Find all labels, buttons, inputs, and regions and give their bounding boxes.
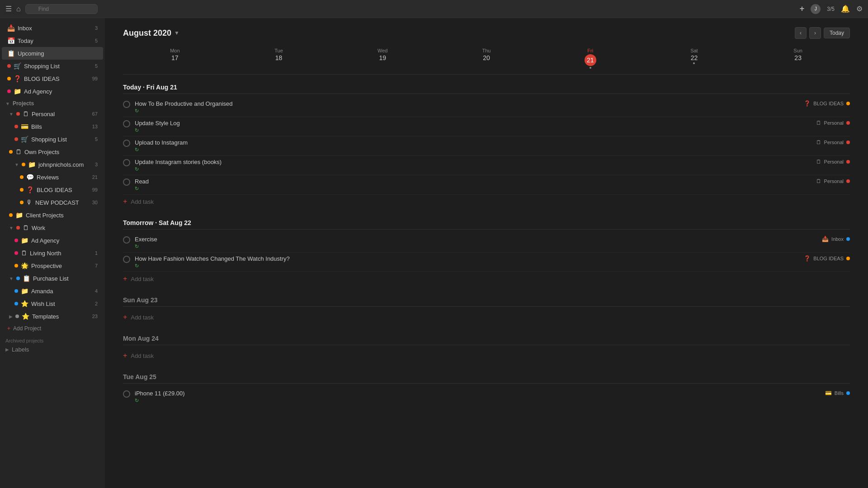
sidebar-item-personal[interactable]: ▼ 🗒 Personal 67 <box>2 108 103 120</box>
tomorrow-section: Tomorrow · Sat Aug 22 Exercise ↻ 📥 Inbox <box>123 219 850 286</box>
sidebar-item-shopping-list-top[interactable]: 🛒 Shopping List 5 <box>2 60 103 72</box>
sidebar-item-purchase-list[interactable]: ▼ 📋 Purchase List <box>2 272 103 285</box>
week-day-sun[interactable]: Sun 23 <box>746 46 850 70</box>
home-icon[interactable]: ⌂ <box>16 5 21 13</box>
search-input[interactable] <box>25 4 98 14</box>
sidebar-item-work[interactable]: ▼ 🗒 Work <box>2 221 103 234</box>
week-day-fri[interactable]: Fri 21 <box>538 46 642 70</box>
prev-week-button[interactable]: ‹ <box>795 27 807 39</box>
mon-section-title: Mon Aug 24 <box>123 335 850 345</box>
sidebar-item-templates[interactable]: ▶ ⭐ Templates 23 <box>2 310 103 323</box>
projects-section-header[interactable]: ▼ Projects <box>0 98 105 108</box>
sidebar-item-john[interactable]: ▼ 📁 johnpnichols.com 3 <box>2 158 103 171</box>
task-row[interactable]: How To Be Productive and Organised ↻ ❓ B… <box>123 98 850 117</box>
client-icon: 📁 <box>15 211 23 219</box>
sidebar-item-amanda[interactable]: 📁 Amanda 4 <box>2 285 103 297</box>
sidebar-item-inbox[interactable]: 📥 Inbox 3 <box>2 22 103 34</box>
topbar: ☰ ⌂ 🔍 + J 3/5 🔔 ⚙ <box>0 0 868 18</box>
dot-john <box>22 163 25 166</box>
today-icon: 📅 <box>7 37 15 44</box>
sidebar-item-ad-agency-work[interactable]: 📁 Ad Agency <box>2 234 103 247</box>
task-row[interactable]: Read ↻ 🗒 Personal <box>123 175 850 195</box>
sidebar-item-wish-list[interactable]: ⭐ Wish List 2 <box>2 297 103 310</box>
task-checkbox[interactable] <box>123 178 130 186</box>
dot-work <box>16 226 20 230</box>
archived-projects-label: Archived projects <box>0 334 105 344</box>
week-day-wed[interactable]: Wed 19 <box>330 46 434 70</box>
labels-row[interactable]: ▶ Labels <box>0 344 105 355</box>
settings-icon[interactable]: ⚙ <box>856 5 863 13</box>
sidebar-item-upcoming[interactable]: 📋 Upcoming <box>2 47 103 60</box>
sidebar-item-ad-agency-top[interactable]: 📁 Ad Agency <box>2 85 103 98</box>
task-meta: 🗒 Personal <box>816 159 850 165</box>
task-row[interactable]: How Have Fashion Watches Changed The Wat… <box>123 253 850 272</box>
sidebar-item-shopping-list[interactable]: 🛒 Shopping List 5 <box>2 133 103 145</box>
task-dot <box>846 257 850 260</box>
avatar[interactable]: J <box>811 4 821 14</box>
shopping2-icon: 🛒 <box>21 136 28 143</box>
hamburger-icon[interactable]: ☰ <box>5 5 12 13</box>
sun-section: Sun Aug 23 + Add task <box>123 296 850 324</box>
plus-icon: + <box>123 197 127 206</box>
task-row[interactable]: iPhone 11 (£29.00) ↻ 💳 Bills <box>123 387 850 406</box>
bell-icon[interactable]: 🔔 <box>841 5 850 13</box>
task-checkbox[interactable] <box>123 256 130 263</box>
task-row[interactable]: Upload to Instagram ↻ 🗒 Personal <box>123 136 850 156</box>
ad-icon: 📁 <box>14 88 21 95</box>
chevron-projects: ▼ <box>5 101 10 106</box>
add-icon[interactable]: + <box>800 4 805 14</box>
task-meta: 📥 Inbox <box>822 236 850 242</box>
task-row[interactable]: Exercise ↻ 📥 Inbox <box>123 233 850 253</box>
task-row[interactable]: Update Instagram stories (books) ↻ 🗒 Per… <box>123 156 850 175</box>
task-dot <box>846 237 850 241</box>
add-task-mon[interactable]: + Add task <box>123 349 850 362</box>
sidebar-item-podcast[interactable]: 🎙 NEW PODCAST 30 <box>2 196 103 209</box>
week-day-tue[interactable]: Tue 18 <box>227 46 331 70</box>
sidebar-item-bills[interactable]: 💳 Bills 13 <box>2 120 103 133</box>
add-task-sun[interactable]: + Add task <box>123 310 850 324</box>
sidebar-item-living-north[interactable]: 🗒 Living North 1 <box>2 247 103 259</box>
sidebar-item-blog-ideas-top[interactable]: ❓ BLOG IDEAS 99 <box>2 72 103 85</box>
task-checkbox[interactable] <box>123 159 130 166</box>
week-day-sat[interactable]: Sat 22 <box>642 46 746 70</box>
add-project-button[interactable]: + Add Project <box>0 323 105 334</box>
task-checkbox[interactable] <box>123 120 130 127</box>
dot-templates <box>15 314 19 318</box>
dot-client <box>9 213 13 217</box>
templates-icon: ⭐ <box>22 313 29 320</box>
add-task-today[interactable]: + Add task <box>123 195 850 208</box>
task-dot <box>846 141 850 144</box>
task-checkbox[interactable] <box>123 236 130 244</box>
calendar-title[interactable]: August 2020 ▼ <box>123 28 179 38</box>
dot-shopping <box>14 137 18 141</box>
shopping-icon: 🛒 <box>14 62 21 70</box>
next-week-button[interactable]: › <box>809 27 821 39</box>
calendar-nav: ‹ › Today <box>795 27 850 39</box>
sidebar-item-today[interactable]: 📅 Today 5 <box>2 34 103 47</box>
score-badge: 3/5 <box>827 6 835 12</box>
inbox-icon: 📥 <box>7 24 15 32</box>
sidebar-item-blog-ideas-sub[interactable]: ❓ BLOG IDEAS 99 <box>2 183 103 196</box>
chevron-purchase: ▼ <box>9 276 14 281</box>
week-day-thu[interactable]: Thu 20 <box>434 46 538 70</box>
sidebar-item-prospective[interactable]: 🌟 Prospective 7 <box>2 259 103 272</box>
sidebar-item-own-projects[interactable]: 🗒 Own Projects <box>2 145 103 158</box>
task-row[interactable]: Update Style Log ↻ 🗒 Personal <box>123 117 850 136</box>
task-meta: ❓ BLOG IDEAS <box>804 255 850 262</box>
task-meta: 🗒 Personal <box>816 120 850 126</box>
sat-dot <box>693 62 695 64</box>
dot-purchase <box>16 277 20 280</box>
dot-wish <box>14 302 18 305</box>
task-checkbox[interactable] <box>123 101 130 108</box>
add-task-tomorrow[interactable]: + Add task <box>123 272 850 286</box>
sidebar-item-client-projects[interactable]: 📁 Client Projects <box>2 209 103 221</box>
task-checkbox[interactable] <box>123 390 130 398</box>
sidebar-item-reviews[interactable]: 💬 Reviews 21 <box>2 171 103 183</box>
mon-section: Mon Aug 24 + Add task <box>123 335 850 362</box>
today-button[interactable]: Today <box>824 28 850 38</box>
today-section: Today · Fri Aug 21 How To Be Productive … <box>123 84 850 208</box>
task-checkbox[interactable] <box>123 140 130 147</box>
task-dot <box>846 102 850 105</box>
week-day-mon[interactable]: Mon 17 <box>123 46 227 70</box>
prosp-icon: 🌟 <box>21 262 28 269</box>
